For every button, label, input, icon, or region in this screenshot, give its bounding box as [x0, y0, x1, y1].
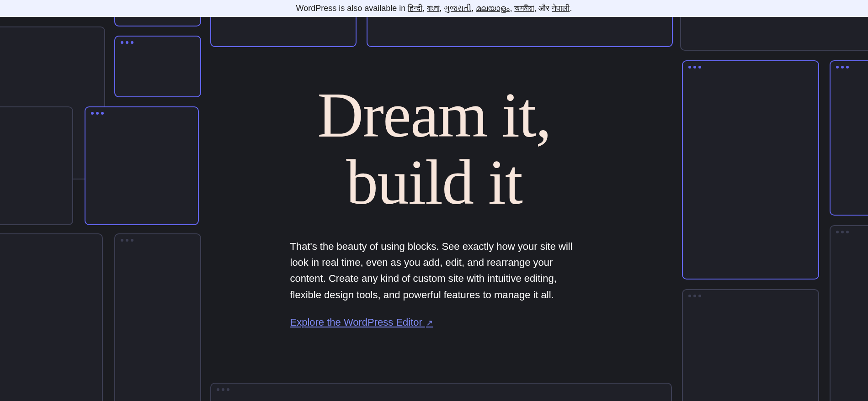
- hero-description: That's the beauty of using blocks. See e…: [274, 238, 594, 303]
- lang-link-gujarati[interactable]: ગુજરાતી: [444, 4, 471, 13]
- lang-link-malayalam[interactable]: മലയാളം: [476, 4, 510, 13]
- decorative-block: [682, 60, 819, 280]
- decorative-block: [0, 106, 73, 225]
- external-link-icon: ↗: [426, 318, 433, 327]
- hero-title-line2: build it: [346, 147, 522, 217]
- lang-link-bengali[interactable]: বাংলা: [427, 4, 439, 13]
- decorative-block: [114, 233, 201, 401]
- decorative-block: [210, 383, 672, 401]
- decorative-block: [367, 17, 673, 47]
- hero-title: Dream it, build it: [274, 81, 594, 216]
- lang-link-hindi[interactable]: हिन्दी: [408, 4, 422, 13]
- decorative-block: [830, 60, 868, 216]
- language-banner: WordPress is also available in हिन्दी, ব…: [0, 0, 868, 17]
- link-text: Explore the WordPress Editor: [290, 317, 422, 328]
- decorative-block: [682, 289, 819, 401]
- lang-link-assamese[interactable]: অসমীয়া: [514, 4, 534, 13]
- decorative-block: [680, 17, 868, 51]
- decorative-block: [210, 17, 357, 47]
- hero-section: Dream it, build it That's the beauty of …: [0, 17, 868, 401]
- decorative-block: [114, 17, 201, 26]
- decorative-block: [85, 106, 199, 225]
- banner-and: और: [538, 4, 549, 13]
- lang-link-nepali[interactable]: नेपाली: [552, 4, 570, 13]
- decorative-block: [830, 225, 868, 401]
- banner-prefix: WordPress is also available in: [296, 4, 408, 13]
- decorative-block: [114, 36, 201, 97]
- explore-editor-link[interactable]: Explore the WordPress Editor ↗: [274, 317, 594, 328]
- hero-title-line1: Dream it,: [317, 79, 551, 150]
- decorative-block: [0, 233, 103, 401]
- hero-content: Dream it, build it That's the beauty of …: [274, 81, 594, 328]
